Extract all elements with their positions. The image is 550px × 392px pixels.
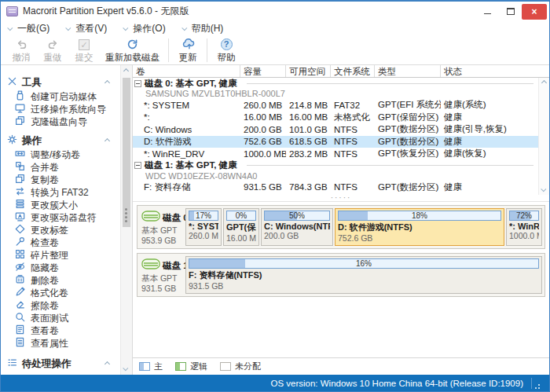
sidebar-item-wipe-volume[interactable]: 擦除卷: [6, 299, 120, 312]
sidebar-item-merge-volume[interactable]: 合并卷: [6, 161, 120, 174]
sidebar-section-header-operations[interactable]: 操作: [6, 133, 120, 148]
column-header-2[interactable]: 可用空间: [286, 65, 331, 77]
chevron-up-icon[interactable]: [104, 361, 110, 366]
sidebar-item-defragment[interactable]: 碎片整理: [6, 249, 120, 262]
sidebar-scrollbar[interactable]: [120, 65, 132, 375]
sidebar-item-create-bootable-media[interactable]: 创建可启动媒体: [6, 90, 120, 103]
sidebar-item-view-properties[interactable]: 查看属性: [6, 337, 120, 350]
column-header-0[interactable]: 卷: [133, 65, 240, 77]
scroll-down-icon[interactable]: [123, 365, 128, 371]
table-row[interactable]: *: WinRE_DRV1000.0 MB283.2 MBNTFSGPT(恢复分…: [133, 148, 538, 160]
help-icon: ?: [221, 37, 233, 52]
sidebar-section-operations: 操作调整/移动卷合并卷复制卷转换为 FAT32更改簇大小更改驱动器盘符更改标签检…: [6, 133, 120, 350]
disk-model: SAMSUNG MZVLB1T0HBLR-000L7: [133, 89, 538, 99]
legend-label: 主: [154, 361, 163, 372]
cell-cap: 1000.0 MB: [240, 149, 286, 159]
partition-block[interactable]: 17%*: SYST...260.0 MB: [185, 208, 222, 246]
splitter-handle[interactable]: [125, 208, 127, 211]
sidebar-item-hide-volume[interactable]: 隐藏卷: [6, 262, 120, 274]
app-window: Macrorit Partition Expert v5.6.0 - 无限版 ×…: [0, 0, 550, 392]
usb-icon: [15, 90, 25, 103]
legend-item-logical: 逻辑: [175, 361, 207, 372]
column-header-5[interactable]: 状态: [441, 65, 549, 77]
divider: [247, 83, 534, 84]
sidebar-item-migrate-os-wizard[interactable]: 迁移操作系统向导: [6, 103, 120, 115]
table-row[interactable]: *:16.00 MB16.00 MB未格式化GPT(保留分区)健康: [133, 112, 538, 124]
commit-icon: ✓: [79, 39, 90, 50]
sidebar-section-tools: 工具创建可启动媒体迁移操作系统向导克隆磁盘向导: [6, 75, 120, 128]
menu-item-general[interactable]: 一般(G): [9, 22, 50, 35]
partition-block[interactable]: 0%GPT(保...16.00 MB: [223, 208, 259, 246]
sidebar-item-label: 转换为 FAT32: [31, 186, 89, 200]
sidebar-item-convert-to-fat32[interactable]: 转换为 FAT32: [6, 186, 120, 199]
close-icon: ×: [531, 7, 537, 16]
redo-button: 重做: [37, 36, 68, 64]
sidebar-item-check-volume[interactable]: 检查卷: [6, 236, 120, 249]
cell-status: 健康: [441, 181, 538, 193]
chevron-up-icon[interactable]: [104, 137, 110, 143]
table-scrollbar[interactable]: [538, 78, 549, 195]
menu-item-help[interactable]: 帮助(H): [183, 22, 224, 35]
scroll-down-icon[interactable]: [541, 186, 546, 192]
maximize-button[interactable]: [499, 4, 522, 20]
sidebar-section-header-tools[interactable]: 工具: [6, 75, 120, 90]
sidebar-item-delete-volume[interactable]: 删除卷: [6, 274, 120, 287]
usage-bar: 72%: [509, 211, 539, 221]
disk-info[interactable]: 磁盘 1基本 GPT931.5 GB: [140, 256, 184, 294]
sidebar-item-label: 克隆磁盘向导: [31, 115, 87, 129]
minimize-icon: [484, 13, 491, 14]
partition-block[interactable]: 50%C: Windows(NTFS)200.0 GB: [261, 208, 333, 246]
update-icon: [182, 37, 195, 52]
maximize-icon: [507, 8, 515, 15]
menu-item-label: 查看(V): [75, 22, 107, 35]
table-row[interactable]: F: 资料存储931.5 GB784.3 GBNTFSGPT(数据分区)健康: [133, 181, 538, 194]
sidebar-item-view-volume[interactable]: 查看卷: [6, 324, 120, 337]
scroll-up-icon[interactable]: [541, 80, 547, 86]
disk-group-header[interactable]: 磁盘 1: 基本 GPT, 健康: [133, 160, 538, 171]
partition-block[interactable]: 16%F: 资料存储(NTFS)931.5 GB: [185, 256, 542, 294]
resize-grip-icon[interactable]: [535, 381, 540, 386]
scrollbar-thumb[interactable]: [123, 78, 130, 227]
partition-block[interactable]: 18%D: 软件游戏(NTFS)752.6 GB: [335, 208, 504, 246]
minimize-button[interactable]: [476, 4, 499, 20]
collapse-icon[interactable]: [134, 80, 141, 87]
scroll-up-icon[interactable]: [123, 68, 129, 74]
cell-type: GPT(数据分区): [375, 181, 441, 193]
column-header-1[interactable]: 容量: [240, 65, 286, 77]
usage-percent: 17%: [189, 211, 218, 220]
disk-group-header[interactable]: 磁盘 0: 基本 GPT, 健康: [133, 78, 538, 89]
sidebar-item-change-label[interactable]: 更改标签: [6, 224, 120, 236]
horizontal-splitter[interactable]: ·····: [133, 195, 549, 202]
sidebar-item-format-volume[interactable]: 格式化卷: [6, 287, 120, 299]
collapse-icon[interactable]: [134, 162, 141, 169]
migrate-icon: [15, 103, 25, 115]
sidebar-item-clone-disk-wizard[interactable]: 克隆磁盘向导: [6, 115, 120, 128]
table-row[interactable]: D: 软件游戏752.6 GB618.5 GBNTFSGPT(数据分区)健康: [133, 136, 538, 148]
chevron-up-icon[interactable]: [104, 79, 110, 85]
sidebar-item-change-drive-letter[interactable]: 更改驱动器盘符: [6, 211, 120, 224]
menu-item-view[interactable]: 查看(V): [67, 22, 107, 35]
table-row[interactable]: *: SYSTEM260.0 MB214.8 MBFAT32GPT(EFI 系统…: [133, 99, 538, 112]
column-header-3[interactable]: 文件系统: [331, 65, 375, 77]
sidebar-item-change-cluster-size[interactable]: 更改簇大小: [6, 199, 120, 211]
sidebar-item-resize-move-volume[interactable]: 调整/移动卷: [6, 148, 120, 161]
sidebar-section-header-pending-operations[interactable]: 待处理操作: [6, 356, 120, 372]
cell-cap: 752.6 GB: [240, 137, 286, 146]
divider: [247, 165, 534, 166]
update-button[interactable]: 更新: [172, 36, 204, 64]
window-title: Macrorit Partition Expert v5.6.0 - 无限版: [23, 5, 189, 18]
sidebar-item-surface-test[interactable]: 表面测试: [6, 312, 120, 324]
close-button[interactable]: ×: [522, 4, 547, 20]
format-icon: [15, 287, 25, 299]
partition-block[interactable]: 72%*: WinR...1000.0 MB: [506, 208, 542, 246]
help-button[interactable]: ?帮助: [211, 36, 242, 64]
reload-disk-button[interactable]: 重新加载磁盘: [100, 36, 165, 64]
cell-type: GPT(数据分区): [375, 136, 441, 148]
cell-free: 618.5 GB: [286, 137, 331, 146]
menu-item-operation[interactable]: 操作(O): [124, 22, 165, 35]
sidebar-item-copy-volume[interactable]: 复制卷: [6, 174, 120, 186]
disk-info[interactable]: 磁盘 0基本 GPT953.9 GB: [140, 208, 184, 246]
copy-icon: [15, 174, 25, 186]
column-header-4[interactable]: 类型: [375, 65, 441, 77]
table-row[interactable]: C: Windows200.0 GB101.0 GBNTFSGPT(数据分区)健…: [133, 123, 538, 136]
